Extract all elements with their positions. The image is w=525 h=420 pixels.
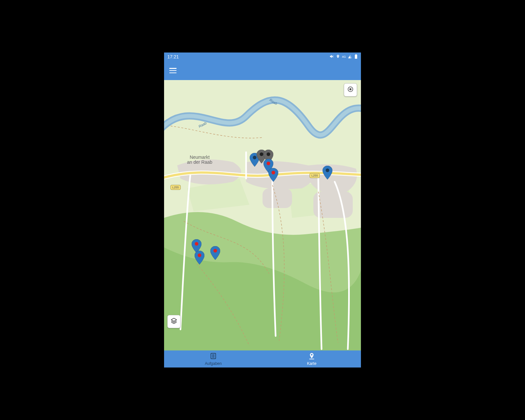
mute-icon [329, 54, 334, 60]
svg-rect-1 [356, 54, 357, 55]
map-background: L255 L255 [164, 80, 361, 350]
app-bar [164, 61, 361, 80]
svg-point-10 [198, 253, 201, 257]
status-time: 17:21 [167, 54, 179, 59]
svg-point-15 [267, 161, 270, 165]
nav-label: Karte [307, 361, 317, 366]
status-bar: 17:21 4G [164, 52, 361, 61]
device-frame: 17:21 4G [164, 52, 361, 368]
nav-label: Aufgaben [205, 361, 221, 366]
svg-point-11 [214, 249, 217, 252]
svg-point-13 [260, 152, 263, 156]
svg-point-9 [195, 242, 199, 246]
svg-text:L255: L255 [311, 174, 318, 177]
locate-button[interactable] [344, 83, 357, 96]
map-canvas[interactable]: L255 L255 Neumarkt an der Raab Raab Raab [164, 80, 361, 350]
network-label: 4G [342, 55, 346, 58]
map-marker[interactable] [268, 168, 278, 182]
bottom-nav: Aufgaben Karte [164, 350, 361, 368]
svg-rect-3 [262, 188, 292, 208]
location-icon [336, 54, 340, 59]
signal-icon [348, 54, 352, 60]
map-marker[interactable] [210, 246, 220, 260]
map-marker[interactable] [323, 166, 332, 179]
battery-icon [354, 54, 358, 60]
svg-point-12 [253, 156, 257, 159]
list-icon [210, 352, 217, 361]
svg-point-19 [349, 88, 351, 90]
layers-icon [170, 317, 178, 326]
marker-icon [308, 352, 315, 361]
menu-button[interactable] [169, 68, 177, 73]
svg-rect-0 [355, 54, 357, 58]
svg-point-14 [267, 152, 270, 156]
svg-point-16 [272, 171, 275, 174]
tab-karte[interactable]: Karte [262, 350, 361, 368]
svg-point-17 [326, 169, 329, 172]
status-icons: 4G [329, 54, 358, 60]
tab-aufgaben[interactable]: Aufgaben [164, 350, 262, 368]
layers-button[interactable] [167, 315, 180, 328]
map-marker[interactable] [195, 251, 204, 264]
crosshair-icon [347, 86, 354, 94]
svg-text:L255: L255 [172, 186, 179, 189]
